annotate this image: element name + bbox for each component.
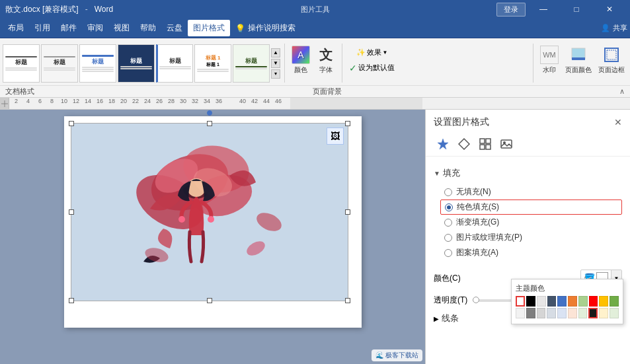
menu-item-review[interactable]: 审阅 (82, 20, 108, 36)
fill-label: 填充 (443, 167, 460, 179)
scroll-up-btn[interactable]: ▲ (271, 48, 280, 57)
radio-pattern-fill[interactable]: 图案填充(A) (444, 245, 622, 260)
menu-item-picture-format[interactable]: 图片格式 (188, 20, 230, 36)
menu-item-view[interactable]: 视图 (108, 20, 135, 36)
radio-gradient-fill-input[interactable] (444, 219, 452, 227)
fill-section-header[interactable]: ▼ 填充 (434, 164, 622, 182)
ribbon-divider-1 (284, 44, 285, 83)
transparency-label: 透明度(T) (434, 295, 467, 306)
panel-icon-effects[interactable] (434, 135, 452, 153)
radio-pattern-fill-input[interactable] (444, 249, 452, 257)
ruler-mark-44: 44 (263, 98, 270, 104)
ribbon-spacer (399, 41, 529, 85)
radio-gradient-fill[interactable]: 渐变填充(G) (444, 215, 622, 230)
image-frame[interactable]: 🖼 (71, 123, 348, 301)
svg-rect-1 (572, 57, 585, 60)
palette-orange[interactable] (568, 296, 577, 307)
palette-lightgray[interactable] (537, 296, 546, 307)
ruler-mark-22: 22 (132, 98, 139, 104)
font-icon: 文 (317, 46, 335, 64)
radio-no-fill[interactable]: 无填充(N) (444, 184, 622, 200)
svg-rect-23 (480, 145, 485, 149)
watermark-button[interactable]: WM 水印 (537, 41, 561, 79)
palette-lightorange[interactable] (568, 308, 577, 318)
ribbon-collapse-btn[interactable]: ∧ (619, 87, 625, 96)
scroll-more-btn[interactable]: ▾ (271, 69, 280, 79)
palette-lightblue[interactable] (557, 308, 567, 318)
image-placeholder-icon: 🖼 (327, 127, 344, 145)
effects-arrow: ▼ (383, 50, 388, 55)
style-thumb-2[interactable]: 标题 (41, 44, 78, 83)
close-button[interactable]: ✕ (594, 0, 625, 18)
page-border-button[interactable]: 页面边框 (596, 41, 627, 79)
radio-solid-fill[interactable]: 纯色填充(S) (440, 200, 622, 215)
style-thumb-5[interactable]: 标题 (156, 44, 193, 83)
radio-no-fill-input[interactable] (444, 188, 452, 196)
palette-yellow[interactable] (599, 296, 608, 307)
palette-lightblue2[interactable] (547, 308, 556, 318)
palette-red[interactable] (589, 296, 598, 307)
panel-header: 设置图片格式 ✕ (426, 110, 630, 132)
style-thumb-3[interactable]: 标题 (79, 44, 116, 83)
slider-thumb[interactable] (473, 297, 479, 303)
palette-nearblack[interactable] (588, 308, 598, 318)
palette-darkblue[interactable] (547, 296, 557, 307)
ribbon-divider-2 (342, 44, 342, 83)
font-button[interactable]: 文 字体 (314, 41, 338, 79)
palette-white[interactable] (516, 296, 525, 307)
login-button[interactable]: 登录 (496, 3, 526, 17)
palette-blue[interactable] (557, 296, 567, 307)
palette-darkgreen[interactable] (610, 296, 619, 307)
menu-item-help[interactable]: 帮助 (135, 20, 161, 36)
menu-item-search[interactable]: 💡 操作说明搜索 (230, 20, 301, 36)
menu-item-mail[interactable]: 邮件 (56, 20, 82, 36)
style-thumb-4[interactable]: 标题 (118, 44, 155, 83)
fill-section: ▼ 填充 无填充(N) 纯色填充(S) (426, 162, 630, 266)
palette-black[interactable] (526, 296, 535, 307)
radio-pattern-fill-label: 图案填充(A) (456, 247, 498, 258)
palette-gray[interactable] (526, 308, 535, 318)
watermark-badge: 🌊 极客下载站 (372, 349, 422, 361)
svg-rect-24 (486, 145, 491, 149)
radio-solid-fill-input[interactable] (445, 203, 453, 211)
panel-icon-image[interactable] (497, 135, 516, 153)
ruler-highlight (290, 98, 422, 109)
style-thumb-6[interactable]: 标题 1 标题 1 (194, 44, 231, 83)
style-thumb-7[interactable]: 标题 (233, 44, 270, 83)
menu-item-cloud[interactable]: 云盘 (161, 20, 188, 36)
ribbon: 标题 标题 标题 标题 (0, 38, 630, 98)
page-color-icon (569, 46, 588, 64)
panel-close-btn[interactable]: ✕ (614, 117, 622, 127)
palette-lightyellow[interactable] (599, 308, 608, 318)
panel-icon-layout[interactable] (455, 135, 473, 153)
panel-icon-grid[interactable] (476, 135, 494, 153)
palette-verylight[interactable] (516, 308, 525, 318)
maximize-button[interactable]: □ (561, 0, 592, 18)
minimize-button[interactable]: — (528, 0, 559, 18)
ribbon-footer: 文档格式 页面背景 ∧ (0, 85, 630, 97)
radio-picture-fill[interactable]: 图片或纹理填充(P) (444, 230, 622, 245)
palette-green[interactable] (578, 296, 588, 307)
page-color-button[interactable]: 页面颜色 (563, 41, 594, 79)
ruler-mark-24: 24 (144, 98, 151, 104)
svg-point-16 (208, 216, 214, 223)
menu-item-reference[interactable]: 引用 (29, 20, 56, 36)
svg-rect-3 (607, 50, 616, 59)
rotate-handle[interactable] (207, 110, 212, 116)
share-button[interactable]: 👤 共享 (601, 23, 627, 33)
radio-no-fill-label: 无填充(N) (456, 186, 491, 198)
effects-button[interactable]: ✨ 效果 ▼ ✓ 设为默认值 (346, 41, 397, 79)
radio-picture-fill-input[interactable] (444, 234, 452, 242)
page-border-label: 页面边框 (598, 65, 625, 75)
palette-palegreen[interactable] (610, 308, 619, 318)
ruler-mark-30: 30 (180, 98, 186, 104)
font-label: 字体 (319, 65, 333, 75)
style-thumb-1[interactable]: 标题 (3, 44, 40, 83)
color-button[interactable]: A 颜色 (289, 41, 313, 79)
palette-lightgreen[interactable] (578, 308, 588, 318)
menu-item-layout[interactable]: 布局 (3, 20, 29, 36)
scroll-down-btn[interactable]: ▼ (271, 59, 280, 68)
color-palette-popup: 主题颜色 (511, 279, 623, 324)
palette-silver[interactable] (537, 308, 546, 318)
color-row-label: 颜色(C) (434, 273, 461, 284)
